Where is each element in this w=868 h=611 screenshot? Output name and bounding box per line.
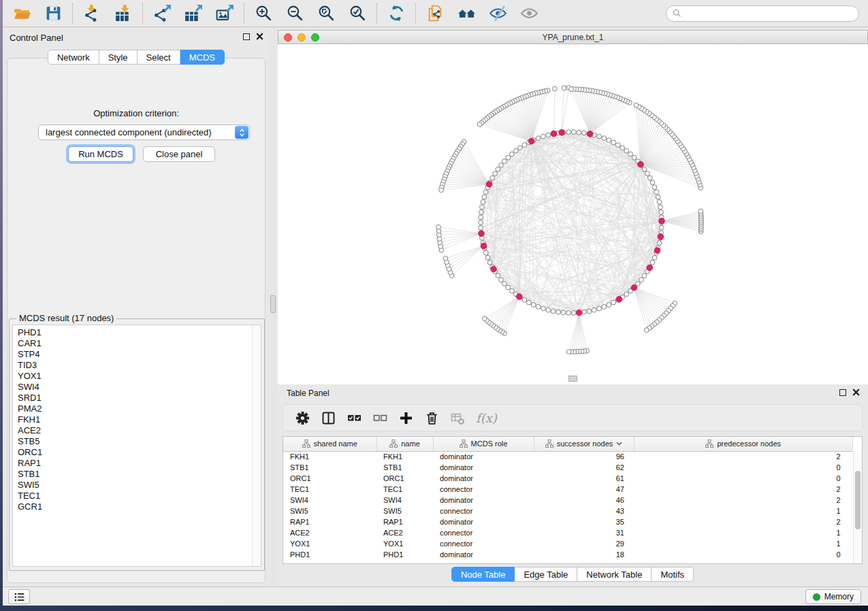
mcds-result-item[interactable]: STB5: [18, 436, 261, 447]
show-all-button[interactable]: [519, 3, 539, 24]
hide-selected-button[interactable]: [487, 3, 508, 24]
table-row[interactable]: PHD1PHD1dominator180: [283, 549, 853, 560]
splitter-handle[interactable]: [270, 295, 276, 313]
first-neighbors-button[interactable]: [456, 3, 477, 24]
mcds-result-item[interactable]: TID3: [18, 360, 261, 371]
zoom-out-button[interactable]: [285, 3, 305, 24]
table-cell[interactable]: SWI4: [376, 495, 433, 506]
mcds-result-item[interactable]: SRD1: [18, 393, 261, 403]
column-header-name[interactable]: name: [376, 437, 433, 451]
task-history-button[interactable]: [8, 589, 30, 604]
table-cell[interactable]: connector: [433, 538, 534, 549]
table-cell[interactable]: PHD1: [376, 549, 433, 560]
close-table-panel-icon[interactable]: [852, 389, 860, 396]
table-cell[interactable]: SWI4: [283, 495, 376, 506]
mcds-result-item[interactable]: STP4: [18, 349, 261, 360]
minimize-window-icon[interactable]: [298, 33, 306, 42]
table-cell[interactable]: 61: [534, 473, 634, 484]
table-cell[interactable]: SWI5: [376, 506, 433, 516]
run-mcds-button[interactable]: Run MCDS: [68, 146, 133, 162]
zoom-in-button[interactable]: [253, 3, 274, 24]
table-cell[interactable]: 0: [634, 549, 853, 560]
table-cell[interactable]: 0: [634, 473, 853, 484]
table-cell[interactable]: 2: [634, 516, 853, 527]
table-cell[interactable]: connector: [433, 527, 534, 538]
column-header-MCDS-role[interactable]: MCDS role: [433, 437, 534, 451]
table-cell[interactable]: YOX1: [376, 538, 433, 549]
table-cell[interactable]: SWI5: [283, 506, 376, 516]
maximize-window-icon[interactable]: [311, 33, 319, 42]
export-image-button[interactable]: [214, 3, 235, 24]
table-cell[interactable]: 2: [634, 451, 853, 462]
table-cell[interactable]: 2: [634, 495, 853, 506]
mcds-result-item[interactable]: YOX1: [18, 371, 261, 382]
table-cell[interactable]: ACE2: [283, 527, 376, 538]
delete-row-button[interactable]: [424, 410, 439, 425]
mcds-result-item[interactable]: CAR1: [18, 338, 261, 349]
export-network-button[interactable]: [152, 3, 172, 24]
select-all-button[interactable]: [347, 410, 361, 425]
search-box[interactable]: [666, 5, 859, 22]
table-row[interactable]: TEC1TEC1connector472: [283, 484, 853, 495]
table-cell[interactable]: FKH1: [283, 451, 376, 462]
import-table-button[interactable]: [113, 3, 133, 24]
tab-network-table[interactable]: Network Table: [577, 567, 652, 582]
mcds-result-item[interactable]: TEC1: [18, 491, 261, 501]
mcds-result-item[interactable]: GCR1: [18, 501, 261, 512]
tab-motifs[interactable]: Motifs: [652, 567, 694, 582]
table-row[interactable]: YOX1YOX1connector291: [283, 538, 853, 549]
table-cell[interactable]: 18: [534, 549, 634, 560]
table-cell[interactable]: 31: [534, 527, 634, 538]
mcds-result-item[interactable]: PHD1: [18, 327, 261, 338]
table-cell[interactable]: 96: [534, 451, 634, 462]
mcds-result-item[interactable]: STB1: [18, 469, 261, 480]
table-cell[interactable]: dominator: [433, 495, 534, 506]
tab-select[interactable]: Select: [138, 50, 180, 65]
table-cell[interactable]: YOX1: [283, 538, 376, 549]
table-cell[interactable]: 2: [634, 484, 853, 495]
mcds-result-item[interactable]: ORC1: [18, 447, 261, 458]
import-network-button[interactable]: [82, 3, 102, 24]
mcds-result-item[interactable]: PMA2: [18, 403, 261, 414]
table-cell[interactable]: 0: [634, 462, 853, 473]
table-cell[interactable]: 29: [534, 538, 634, 549]
table-cell[interactable]: TEC1: [283, 484, 376, 495]
float-table-panel-icon[interactable]: [839, 389, 846, 396]
column-header-predecessor-nodes[interactable]: predecessor nodes: [634, 437, 853, 451]
mcds-result-list[interactable]: PHD1CAR1STP4TID3YOX1SWI4SRD1PMA2FKH1ACE2…: [12, 325, 261, 567]
network-window-titlebar[interactable]: YPA_prune.txt_1: [278, 30, 868, 44]
save-session-button[interactable]: [43, 3, 63, 24]
table-cell[interactable]: dominator: [433, 473, 534, 484]
open-file-button[interactable]: [12, 3, 32, 24]
memory-button[interactable]: Memory: [805, 589, 861, 604]
table-cell[interactable]: 47: [534, 484, 634, 495]
column-header-successor-nodes[interactable]: successor nodes: [534, 437, 634, 451]
zoom-selected-button[interactable]: [347, 3, 368, 24]
clear-selection-button[interactable]: [372, 410, 387, 425]
tab-network[interactable]: Network: [48, 50, 99, 65]
table-cell[interactable]: 35: [534, 516, 634, 527]
mcds-result-item[interactable]: SWI5: [18, 480, 261, 491]
duplicate-network-button[interactable]: [425, 3, 445, 24]
zoom-fit-button[interactable]: [316, 3, 336, 24]
table-cell[interactable]: TEC1: [376, 484, 433, 495]
refresh-layout-button[interactable]: [386, 3, 406, 24]
add-row-button[interactable]: [398, 410, 413, 425]
table-cell[interactable]: connector: [433, 484, 534, 495]
mcds-result-item[interactable]: FKH1: [18, 414, 261, 425]
table-cell[interactable]: 1: [634, 506, 853, 516]
table-cell[interactable]: 1: [634, 538, 853, 549]
table-cell[interactable]: RAP1: [376, 516, 433, 527]
table-cell[interactable]: STB1: [283, 462, 376, 473]
close-panel-icon[interactable]: [256, 33, 263, 40]
tab-style[interactable]: Style: [99, 50, 138, 65]
table-cell[interactable]: 46: [534, 495, 634, 506]
tab-edge-table[interactable]: Edge Table: [515, 567, 577, 582]
table-cell[interactable]: dominator: [433, 549, 534, 560]
table-row[interactable]: ACE2ACE2connector311: [283, 527, 853, 538]
mcds-result-item[interactable]: SWI4: [18, 382, 261, 393]
table-row[interactable]: FKH1FKH1dominator962: [283, 451, 853, 462]
table-cell[interactable]: STB1: [376, 462, 433, 473]
settings-button[interactable]: [295, 410, 310, 425]
table-cell[interactable]: connector: [433, 506, 534, 516]
